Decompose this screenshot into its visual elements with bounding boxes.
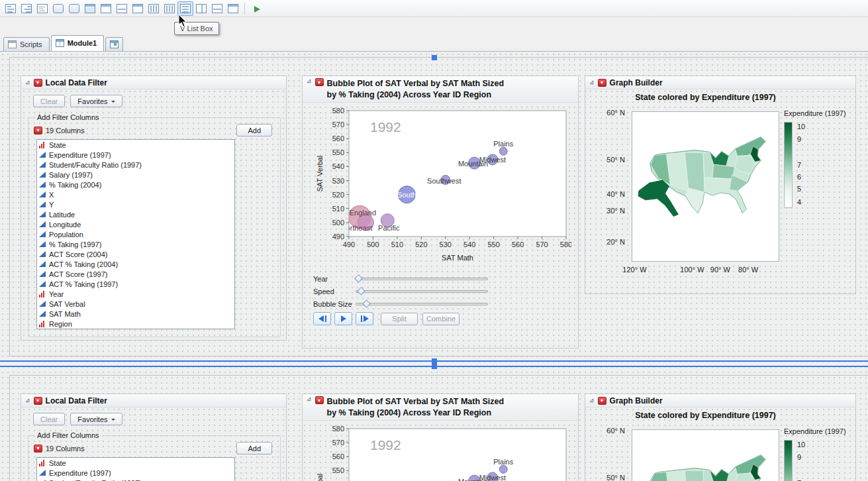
canvas[interactable]: Local Data Filter Clear Favorites Add Fi… [0, 51, 868, 481]
h-list-box-icon[interactable] [162, 1, 177, 16]
disclosure-icon[interactable] [589, 80, 595, 85]
filter-column-item[interactable]: Population [37, 229, 234, 239]
filter-column-item[interactable]: Latitude [37, 209, 234, 219]
spacer-box-icon[interactable] [114, 1, 130, 16]
filter-column-label: Expenditure (1997) [49, 151, 111, 159]
align-left-icon[interactable] [3, 1, 19, 16]
play-button[interactable] [334, 312, 352, 325]
panel-header[interactable]: Local Data Filter [21, 76, 286, 89]
number-edit-box-icon[interactable] [50, 1, 66, 16]
filter-column-item[interactable]: % Taking (2004) [37, 180, 234, 189]
tab-box-icon[interactable] [130, 1, 146, 16]
filter-column-item[interactable]: Longitude [37, 219, 234, 229]
slider-thumb[interactable] [354, 274, 363, 283]
svg-text:550: 550 [332, 148, 344, 156]
tab-box-icon [132, 4, 143, 13]
filter-column-item[interactable]: Salary (1997) [37, 170, 234, 180]
clear-button[interactable]: Clear [33, 95, 65, 107]
filter-column-item[interactable]: % Taking (1997) [37, 239, 234, 249]
resize-handle[interactable] [432, 55, 437, 60]
button-box-icon[interactable] [66, 1, 82, 16]
clear-button[interactable]: Clear [33, 413, 65, 425]
filter-columns-list[interactable]: StateExpenditure (1997)Student/Faculty R… [36, 457, 235, 481]
year-slider[interactable] [356, 278, 488, 280]
panel-header[interactable]: Local Data Filter [21, 394, 286, 407]
split-button[interactable]: Split [381, 313, 418, 325]
panel-header[interactable]: Bubble Plot of SAT Verbal by SAT Math Si… [303, 76, 578, 103]
filter-column-item[interactable]: ACT % Taking (2004) [37, 259, 234, 269]
filter-column-item[interactable]: Expenditure (1997) [37, 150, 234, 160]
filter-column-item[interactable]: Y [37, 199, 234, 209]
disclosure-icon[interactable] [25, 398, 30, 403]
slider-thumb[interactable] [357, 287, 365, 295]
text-box-icon[interactable] [34, 1, 50, 16]
filter-column-item[interactable]: Region [37, 319, 234, 329]
svg-text:SAT Math: SAT Math [442, 254, 473, 262]
disclosure-icon[interactable] [307, 78, 312, 84]
red-triangle-menu-icon[interactable] [315, 396, 324, 404]
speed-slider[interactable] [356, 290, 488, 293]
v-splitter-box-icon[interactable] [209, 1, 225, 16]
filter-column-item[interactable]: Year [37, 289, 234, 299]
module-grid-icon [110, 40, 119, 48]
slider-thumb[interactable] [362, 299, 371, 308]
panel-box-icon[interactable] [82, 1, 98, 16]
disclosure-icon[interactable] [25, 80, 30, 85]
red-triangle-menu-icon[interactable] [34, 397, 42, 405]
favorites-button[interactable]: Favorites [70, 413, 122, 425]
filter-column-item[interactable]: Expenditure (1997) [37, 468, 234, 478]
red-triangle-menu-icon[interactable] [598, 397, 606, 405]
bubble-plot[interactable]: 4905005105205305405505605705804905005105… [312, 423, 571, 481]
svg-text:530: 530 [440, 240, 452, 248]
svg-text:520: 520 [332, 191, 344, 199]
filter-columns-list[interactable]: StateExpenditure (1997)Student/Faculty R… [36, 139, 235, 329]
add-button[interactable]: Add [236, 124, 272, 136]
filter-column-item[interactable]: State [37, 140, 234, 150]
disclosure-icon[interactable] [589, 398, 595, 403]
tab-module1[interactable]: Module1 [51, 35, 105, 51]
add-button[interactable]: Add [236, 442, 272, 454]
h-splitter-box-icon[interactable] [193, 1, 209, 16]
panel-header[interactable]: Graph Builder [585, 394, 855, 407]
border-box-icon[interactable] [98, 1, 114, 16]
run-script-icon[interactable] [248, 1, 264, 16]
panel-header[interactable]: Bubble Plot of SAT Verbal by SAT Math Si… [303, 394, 578, 421]
filter-column-item[interactable]: State [37, 458, 234, 468]
filter-column-item[interactable]: X [37, 189, 234, 199]
step-back-button[interactable] [313, 312, 331, 325]
disclosure-icon[interactable] [307, 396, 312, 402]
us-map[interactable] [632, 111, 779, 262]
align-top-icon[interactable] [19, 1, 34, 16]
resize-handle[interactable] [432, 364, 437, 369]
legend-gradient[interactable] [784, 122, 793, 208]
combine-button[interactable]: Combine [422, 313, 459, 325]
step-forward-button[interactable] [356, 312, 373, 325]
panel-title: Graph Builder [610, 396, 663, 405]
filter-column-item[interactable]: Student/Faculty Ratio (1997) [37, 478, 234, 481]
us-map[interactable] [632, 429, 779, 481]
red-triangle-menu-icon[interactable] [315, 78, 324, 86]
favorites-button[interactable]: Favorites [70, 95, 122, 107]
filter-column-item[interactable]: ACT Score (1997) [37, 269, 234, 279]
red-triangle-menu-icon[interactable] [34, 79, 42, 87]
filter-column-item[interactable]: ACT Score (2004) [37, 249, 234, 259]
legend-tick: 9 [797, 135, 801, 143]
tab-scripts[interactable]: Scripts [3, 37, 50, 51]
legend-gradient[interactable] [784, 440, 793, 481]
filter-column-item[interactable]: SAT Math [37, 309, 234, 319]
bubble-plot[interactable]: 4905005105205305405505605705804905005105… [312, 105, 571, 272]
bubble-size-slider[interactable] [356, 303, 488, 305]
scroll-box-icon[interactable] [225, 1, 241, 16]
red-triangle-menu-icon[interactable] [598, 79, 606, 87]
tab-new-module[interactable] [105, 37, 123, 51]
resize-handle[interactable] [432, 358, 437, 364]
filter-column-item[interactable]: ACT % Taking (1997) [37, 279, 234, 289]
legend-tick: 9 [797, 453, 801, 461]
lineup-box-icon[interactable] [146, 1, 162, 16]
red-triangle-menu-icon[interactable] [34, 127, 42, 134]
svg-text:570: 570 [332, 121, 344, 129]
filter-column-item[interactable]: SAT Verbal [37, 299, 234, 309]
panel-header[interactable]: Graph Builder [585, 76, 855, 89]
filter-column-item[interactable]: Student/Faculty Ratio (1997) [37, 160, 234, 170]
red-triangle-menu-icon[interactable] [34, 445, 42, 453]
